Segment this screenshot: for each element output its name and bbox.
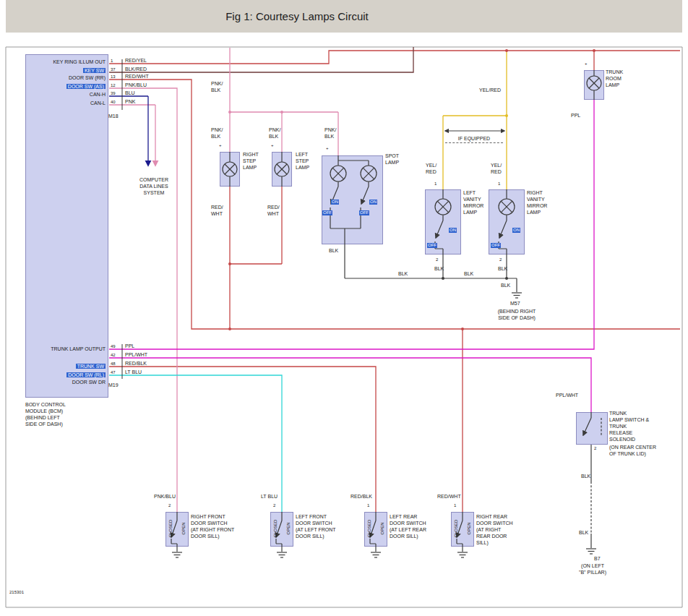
ground-m57-name: M57	[510, 300, 520, 307]
off-badge-spot-2: OFF	[359, 210, 369, 215]
bcm-connector-m19: M19	[108, 382, 119, 388]
on-badge-vanity-right: ON	[512, 228, 520, 233]
wires-pink-pnkblk-pnkblu-pnk	[109, 48, 338, 512]
step-lamp-right-box	[220, 152, 240, 187]
bcm-pin-number: 12	[111, 82, 116, 88]
wire-label-ppl-wht: PPL/WHT	[125, 351, 147, 358]
wire-label-pnk: PNK	[125, 98, 135, 105]
wire-label-pnk-blu: PNK/BLU	[125, 82, 147, 88]
wire-label-blu: BLU	[125, 90, 135, 96]
wire-label-pnk-blk-main: PNK/ BLK	[211, 80, 223, 93]
bcm-pin-name-door-sw-dr: DOOR SW DR	[27, 379, 106, 385]
bcm-pin-number: 37	[111, 67, 116, 72]
door-lr-pin: 1	[367, 502, 369, 508]
trunk-switch-pin-bottom: 2	[594, 445, 596, 451]
wire-label-ppl-trunk-room: PPL	[571, 112, 580, 119]
plus-pin-trunk-room: +	[585, 61, 588, 67]
computer-data-lines-note: COMPUTER DATA LINES SYSTEM	[130, 176, 178, 196]
wire-label-red-wht: RED/WHT	[125, 73, 149, 80]
wire-label-red-wht-step-right: RED/ WHT	[211, 204, 223, 217]
wire-label-red-yel: RED/YEL	[125, 57, 147, 64]
bcm-caption: BODY CONTROL MODULE (BCM) (BEHIND LEFT S…	[25, 401, 66, 427]
wire-label-blk-bus-1: BLK	[398, 270, 408, 277]
wire-label-blk-vanity-left: BLK	[434, 265, 444, 272]
bcm-pin-name-can-l: CAN-L	[27, 100, 106, 106]
bcm-pin-number: 48	[111, 361, 116, 367]
wire-label-pnk-blu-rf: PNK/BLU	[154, 493, 176, 500]
door-rf-caption: RIGHT FRONT DOOR SWITCH (AT RIGHT FRONT …	[191, 513, 234, 539]
bcm-pin-name-door-sw-rl: DOOR SW (RL)	[27, 372, 106, 378]
bcm-pin-name-door-sw-rr: DOOR SW (RR)	[27, 74, 106, 81]
ground-symbol-m57	[512, 293, 522, 298]
vanity-lamp-left-caption: LEFT VANITY MIRROR LAMP	[463, 189, 483, 215]
vanity-right-pin-top: 1	[498, 181, 500, 187]
plus-pin-spot: +	[326, 145, 329, 151]
wire-label-blk-spot-out: BLK	[329, 247, 338, 254]
door-lf-caption: LEFT FRONT DOOR SWITCH (AT LEFT FRONT DO…	[296, 513, 336, 539]
off-badge-spot-1: OFF	[322, 210, 332, 215]
if-equipped-note: IF EQUIPPED	[445, 135, 503, 143]
open-label-rf: OPEN	[181, 513, 186, 544]
plus-pin-step-left: +	[271, 142, 274, 148]
ground-symbol-rr	[457, 552, 468, 557]
door-lr-caption: LEFT REAR DOOR SWITCH (AT LEFT REAR DOOR…	[390, 513, 426, 539]
on-badge-spot-2: ON	[369, 200, 377, 205]
closed-label-lf: CLOSED	[272, 513, 278, 544]
step-lamp-right-caption: RIGHT STEP LAMP	[243, 151, 259, 171]
wire-label-ppl: PPL	[125, 343, 134, 349]
bcm-pin-name-trunk-sw: TRUNK SW	[27, 363, 106, 369]
bcm-pin-number: 1	[111, 58, 113, 64]
trunk-l amp-switch-box	[576, 412, 608, 445]
wire-label-blk-trunk-2: BLK	[579, 529, 588, 536]
bcm-pin-number: 40	[111, 99, 116, 105]
wire-blkred	[109, 47, 413, 72]
wire-blu-can	[109, 96, 148, 166]
wire-label-yel-red-vanity-left: YEL/ RED	[426, 162, 437, 175]
ground-b7-location: (ON LEFT "B" PILLAR)	[575, 562, 611, 576]
bcm-pin-number: 47	[111, 369, 116, 375]
wire-ltblu	[109, 375, 282, 512]
ground-m57-location: (BEHIND RIGHT SIDE OF DASH)	[486, 308, 548, 321]
wire-label-yel-red-vanity-right: YEL/ RED	[491, 162, 502, 175]
ground-symbol-b7	[586, 549, 596, 554]
wire-label-pnk-blk-step-left: PNK/ BLK	[269, 127, 280, 140]
open-label-lr: OPEN	[379, 513, 385, 544]
ground-symbol-lf	[277, 552, 287, 557]
off-badge-vanity-left: OFF	[427, 243, 437, 248]
wire-label-pnk-blk-spot: PNK/ BLK	[324, 127, 336, 140]
spot-lamp-caption: SPOT LAMP	[385, 153, 399, 166]
door-rr-caption: RIGHT REAR DOOR SWITCH (AT RIGHT REAR DO…	[476, 513, 513, 546]
trunk-lamp-switch-location: (ON REAR CENTER OF TRUNK LID)	[609, 444, 656, 457]
wire-label-blk-vanity-right: BLK	[498, 265, 507, 272]
wire-label-yel-red-main: YEL/RED	[479, 87, 501, 93]
wires-purple-ppl-pplwht	[109, 100, 594, 412]
trunk-room-lamp-box	[584, 70, 604, 100]
bcm-pin-name-trunk-lamp-output: TRUNK LAMP OUTPUT	[27, 346, 106, 352]
open-label-lf: OPEN	[285, 513, 291, 544]
wire-label-lt-blu: LT BLU	[125, 369, 142, 375]
ground-b7-name: B7	[594, 555, 601, 562]
ground-symbol-lr	[371, 552, 381, 557]
off-badge-vanity-right: OFF	[491, 243, 501, 248]
wire-label-blk-trunk-1: BLK	[581, 473, 590, 479]
door-lf-pin: 2	[273, 502, 275, 508]
wire-label-blk-ground-drop: BLK	[501, 282, 510, 288]
closed-label-rf: CLOSED	[168, 513, 173, 544]
diagram-number: 215301	[9, 589, 24, 595]
bcm-pin-name-key-sw: KEY SW	[27, 67, 106, 74]
bcm-pin-number: 42	[111, 352, 116, 358]
bcm-pin-number: 49	[111, 343, 116, 349]
figure-title-bar: Fig 1: Courtesy Lamps Circuit	[6, 0, 682, 33]
plus-pin-step-right: +	[219, 142, 222, 148]
figure-title: Fig 1: Courtesy Lamps Circuit	[225, 10, 369, 22]
closed-label-rr: CLOSED	[453, 513, 459, 544]
on-badge-spot-1: ON	[331, 200, 339, 205]
trunk-lamp-switch-caption: TRUNK LAMP SWITCH & TRUNK RELEASE SOLENO…	[609, 410, 649, 442]
door-rr-pin: 1	[454, 502, 456, 508]
on-badge-vanity-left: ON	[449, 228, 457, 233]
bcm-connector-m18: M18	[108, 113, 119, 119]
vanity-lamp-right-caption: RIGHT VANITY MIRROR LAMP	[527, 189, 547, 215]
wire-label-pnk-blk-step-right: PNK/ BLK	[211, 127, 223, 140]
wire-label-lt-blu-lf: LT BLU	[261, 493, 278, 500]
wire-label-red-wht-rr: RED/WHT	[437, 493, 461, 500]
